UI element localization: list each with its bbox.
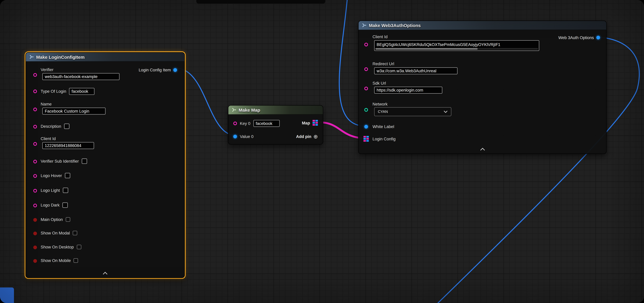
pin-row: Logo Hover — [40, 172, 70, 179]
bool-pin-show-on-mobile[interactable] — [33, 259, 37, 263]
value-pin-row: Value 0 — [233, 133, 254, 140]
logo-light-input[interactable] — [63, 188, 68, 193]
enum-pin-network[interactable] — [364, 108, 368, 112]
show-on-mobile-checkbox[interactable] — [74, 258, 78, 263]
output-pin-web3auth-options[interactable] — [596, 36, 600, 39]
pin-label: Show On Desktop — [40, 245, 74, 249]
string-pin-verifier-sub-identifier[interactable] — [33, 160, 37, 164]
key-0-input[interactable]: facebook — [253, 120, 280, 127]
pin-row: Show On Desktop — [40, 244, 81, 250]
string-pin-redirect-url[interactable] — [364, 67, 368, 71]
verifier-sub-identifier-input[interactable] — [82, 158, 87, 164]
pin-row: Main Option — [40, 216, 70, 223]
main-option-checkbox[interactable] — [66, 217, 70, 222]
pin-row: Show On Mobile — [40, 257, 78, 264]
network-dropdown[interactable]: CYAN — [374, 107, 452, 116]
pin-label: Login Config — [372, 137, 396, 141]
make-map-icon — [232, 108, 236, 112]
node-header[interactable]: Make Web3AuthOptions — [358, 21, 606, 30]
node-make-web3authoptions[interactable]: Make Web3AuthOptions Web 3Auth Options C… — [358, 20, 606, 154]
make-struct-icon — [362, 23, 366, 28]
string-pin-logo-light[interactable] — [33, 189, 37, 193]
pin-label: Type Of Login — [40, 89, 66, 94]
string-pin-type-of-login[interactable] — [33, 90, 37, 93]
redirect-url-input[interactable]: w3a://com.w3a.Web3AuthUnreal — [374, 67, 458, 74]
pin-label: Verifier — [40, 67, 53, 72]
pin-row: Verifier Sub Identifier — [40, 158, 87, 164]
node-header[interactable]: Make LoginConfigItem — [26, 52, 184, 62]
type-of-login-input[interactable]: facebook — [69, 88, 94, 95]
pin-row: Logo Light — [40, 187, 68, 194]
map-output-label: Map — [302, 120, 310, 125]
description-input[interactable] — [64, 124, 70, 129]
collapse-chevron-icon[interactable] — [102, 272, 109, 275]
string-pin-logo-hover[interactable] — [33, 174, 37, 178]
object-pin-white-label[interactable] — [364, 125, 368, 129]
node-title: Make Web3AuthOptions — [369, 23, 420, 28]
pin-label: Logo Light — [40, 188, 60, 192]
map-output-row: Map — [302, 120, 318, 126]
pin-label: Name — [40, 102, 52, 106]
node-header[interactable]: Make Map — [228, 106, 323, 114]
pin-label: Client Id — [40, 136, 56, 141]
node-make-loginconfigitem[interactable]: Make LoginConfigItem Login Config Item V… — [26, 52, 185, 278]
chevron-down-icon — [444, 110, 448, 113]
scrollbar-thumb[interactable] — [375, 48, 478, 50]
pin-label: Redirect Url — [372, 62, 394, 66]
output-pin-login-config-item[interactable] — [173, 68, 177, 72]
show-on-modal-checkbox[interactable] — [73, 231, 77, 235]
pin-row: Login Config — [372, 136, 396, 142]
pin-label: Description — [40, 124, 61, 128]
show-on-desktop-checkbox[interactable] — [77, 245, 81, 249]
node-make-map[interactable]: Make Map Key 0 facebook Map Value 0 Add … — [228, 105, 323, 144]
pin-label: Network — [372, 102, 388, 106]
pin-row: Show On Modal — [40, 230, 77, 236]
pin-label: Sdk Url — [372, 81, 386, 85]
pin-label: Value 0 — [240, 134, 254, 139]
top-edge-notch — [196, 0, 325, 4]
collapse-chevron-icon[interactable] — [479, 148, 486, 151]
output-row: Login Config Item — [138, 66, 177, 73]
graph-grid-background[interactable]: Make LoginConfigItem Login Config Item V… — [0, 0, 644, 303]
string-pin-sdk-url[interactable] — [364, 86, 368, 90]
string-pin-client-id[interactable] — [364, 43, 368, 46]
string-pin-verifier[interactable] — [33, 73, 37, 77]
bool-pin-show-on-desktop[interactable] — [33, 246, 37, 249]
string-pin-client-id[interactable] — [33, 142, 37, 146]
input-scrollbar[interactable] — [375, 48, 538, 50]
client-id-input[interactable]: BEglQSgt4cUWcj6SKRdu5QkOXTsePmMcusG5EAoy… — [374, 40, 539, 51]
string-pin-description[interactable] — [33, 125, 37, 129]
sdk-url-input[interactable]: https://sdk.openlogin.com — [374, 86, 442, 94]
node-title: Make Map — [238, 107, 260, 112]
add-pin-label: Add pin — [296, 134, 312, 138]
map-pin-login-config[interactable] — [364, 136, 369, 142]
network-selected-value: CYAN — [378, 110, 388, 114]
pin-row: White Label — [372, 123, 394, 130]
add-pin-button[interactable]: Add pin ⊕ — [296, 133, 318, 140]
logo-hover-input[interactable] — [65, 173, 70, 178]
client-id-input[interactable]: 1222658941886084 — [42, 142, 94, 149]
pin-row: Logo Dark — [40, 202, 68, 208]
pin-label: Key 0 — [240, 121, 250, 126]
key-pin-row: Key 0 facebook — [233, 120, 280, 127]
string-pin-logo-dark[interactable] — [33, 204, 37, 208]
blueprint-graph-viewport[interactable]: Make LoginConfigItem Login Config Item V… — [0, 0, 644, 303]
bool-pin-show-on-modal[interactable] — [33, 232, 37, 235]
object-pin-value-0[interactable] — [233, 135, 237, 138]
pin-label: Show On Mobile — [40, 258, 71, 263]
string-pin-key-0[interactable] — [233, 122, 237, 125]
bottom-left-accent — [0, 287, 14, 303]
name-input[interactable]: Facebook Custom Login — [42, 108, 106, 114]
bool-pin-main-option[interactable] — [33, 218, 37, 222]
string-pin-name[interactable] — [33, 108, 37, 111]
node-title: Make LoginConfigItem — [36, 54, 84, 59]
pin-label: Main Option — [40, 217, 63, 222]
make-struct-icon — [29, 54, 34, 59]
output-pin-label: Web 3Auth Options — [558, 35, 594, 40]
verifier-input[interactable]: web3auth-facebook-example — [42, 73, 120, 80]
map-container-pin[interactable] — [312, 120, 318, 126]
pin-row: Type Of Login facebook — [40, 88, 94, 95]
pin-label: White Label — [372, 124, 394, 129]
logo-dark-input[interactable] — [62, 202, 68, 208]
client-id-value: BEglQSgt4cUWcj6SKRdu5QkOXTsePmMcusG5EAoy… — [376, 42, 500, 47]
